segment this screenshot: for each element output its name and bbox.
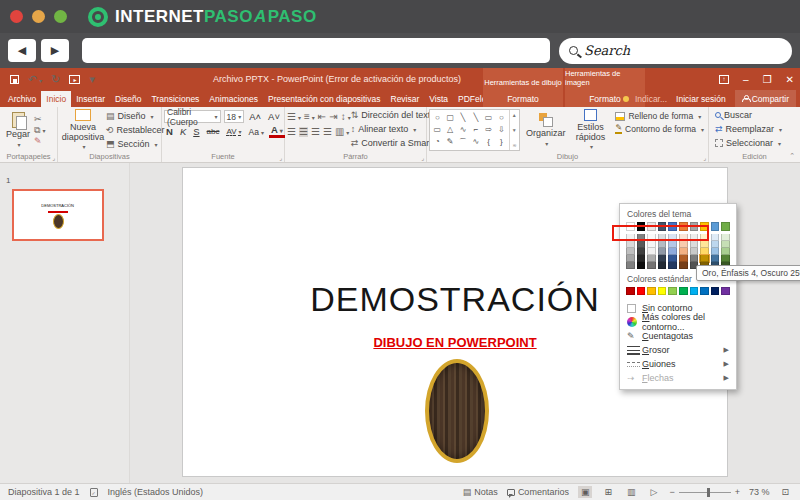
shape-icon[interactable]: ⌒ [459, 137, 467, 148]
theme-variant-swatch[interactable] [711, 234, 720, 241]
theme-variant-swatch[interactable] [647, 241, 656, 248]
shape-icon[interactable]: ✎ [447, 137, 454, 148]
zoom-slider[interactable] [679, 492, 731, 493]
select-button[interactable]: Seleccionar [715, 137, 798, 149]
reading-view-icon[interactable]: ▥ [624, 486, 639, 498]
theme-variant-swatch[interactable] [647, 255, 656, 262]
tab-archivo[interactable]: Archivo [3, 91, 41, 107]
theme-variant-swatch[interactable] [711, 248, 720, 255]
numbering-icon[interactable]: ≡ [304, 112, 315, 122]
theme-variant-swatch[interactable] [668, 262, 677, 269]
customize-qat-icon[interactable]: ▾ [89, 74, 95, 85]
zoom-percentage[interactable]: 73 % [749, 487, 770, 497]
shape-icon[interactable]: △ [447, 125, 453, 134]
theme-color-swatch[interactable] [626, 222, 635, 231]
shape-icon[interactable]: ⇩ [498, 125, 505, 134]
shape-icon[interactable]: ◔ [435, 137, 440, 148]
drawing-dialog-launcher[interactable]: ⌟ [703, 154, 706, 161]
paste-button[interactable]: Pegar [2, 109, 34, 151]
zoom-out-icon[interactable]: − [669, 487, 674, 497]
standard-color-swatch[interactable] [711, 287, 720, 296]
align-left-icon[interactable]: ☰ [287, 127, 296, 137]
restore-button[interactable]: ❐ [763, 74, 772, 85]
theme-variant-swatch[interactable] [658, 255, 667, 262]
standard-color-swatch[interactable] [721, 287, 730, 296]
normal-view-icon[interactable]: ▣ [578, 486, 593, 498]
shape-icon[interactable]: ∿ [472, 137, 479, 148]
theme-variant-swatch[interactable] [668, 241, 677, 248]
shapes-gallery-scrollbar[interactable]: ▲▼≂ [509, 110, 519, 150]
theme-variant-swatch[interactable] [647, 234, 656, 241]
theme-variant-swatch[interactable] [690, 241, 699, 248]
theme-variant-swatch[interactable] [626, 241, 635, 248]
slideshow-view-icon[interactable]: ▷ [647, 486, 660, 498]
back-button[interactable]: ◀ [8, 39, 36, 62]
theme-variant-swatch[interactable] [626, 234, 635, 241]
theme-variant-swatch[interactable] [690, 248, 699, 255]
copy-icon[interactable]: ⧉ [34, 126, 45, 135]
theme-variant-swatch[interactable] [721, 255, 730, 262]
theme-variant-swatch[interactable] [700, 234, 709, 241]
standard-color-swatch[interactable] [690, 287, 699, 296]
standard-color-swatch[interactable] [658, 287, 667, 296]
slideshow-icon[interactable]: ▸ [69, 75, 80, 84]
save-icon[interactable] [10, 75, 19, 84]
theme-variant-swatch[interactable] [700, 255, 709, 262]
change-case-button[interactable]: Aa [247, 127, 266, 137]
theme-color-swatch[interactable] [690, 222, 699, 231]
theme-variant-swatch[interactable] [637, 241, 646, 248]
align-center-icon[interactable]: ☰ [299, 127, 308, 137]
minimize-button[interactable]: – [743, 74, 749, 85]
slide-sorter-view-icon[interactable]: ⊞ [601, 486, 615, 498]
theme-color-swatch[interactable] [711, 222, 720, 231]
theme-variant-swatch[interactable] [626, 255, 635, 262]
italic-button[interactable]: K [178, 126, 188, 137]
theme-variant-swatch[interactable] [700, 248, 709, 255]
theme-variant-swatch[interactable] [658, 262, 667, 269]
spellcheck-icon[interactable]: ✓ [90, 488, 98, 497]
find-button[interactable]: Buscar [715, 109, 798, 121]
format-painter-icon[interactable]: ✎ [34, 137, 45, 146]
shrink-font-button[interactable]: A˅ [266, 111, 282, 122]
decrease-indent-icon[interactable]: ⇤ [318, 112, 326, 122]
font-dialog-launcher[interactable]: ⌟ [279, 154, 282, 161]
shape-icon[interactable]: ╲ [473, 113, 478, 122]
fit-to-window-icon[interactable]: ⊡ [778, 486, 792, 498]
theme-variant-swatch[interactable] [637, 255, 646, 262]
theme-variant-swatch[interactable] [637, 234, 646, 241]
grow-font-button[interactable]: A˄ [247, 111, 263, 122]
window-close-dot[interactable] [10, 10, 23, 23]
theme-variant-swatch[interactable] [626, 262, 635, 269]
window-maximize-dot[interactable] [54, 10, 67, 23]
theme-variant-swatch[interactable] [647, 248, 656, 255]
theme-variant-swatch[interactable] [679, 262, 688, 269]
redo-icon[interactable]: ↻ [51, 74, 60, 85]
standard-color-swatch[interactable] [700, 287, 709, 296]
new-slide-button[interactable]: Nueva diapositiva [60, 109, 106, 151]
theme-variant-swatch[interactable] [711, 241, 720, 248]
theme-color-swatch[interactable] [637, 222, 646, 231]
increase-indent-icon[interactable]: ⇥ [329, 112, 337, 122]
justify-icon[interactable]: ☰ [323, 127, 332, 137]
reset-button[interactable]: ⟲Restablecer [106, 124, 165, 136]
tab-vista[interactable]: Vista [424, 91, 453, 107]
shapes-gallery[interactable]: ○▢╲╲▭○▭△∿⌐⇨⇩◔✎⌒∿{} ▲▼≂ [429, 109, 520, 151]
tab-diseño[interactable]: Diseño [110, 91, 146, 107]
shape-icon[interactable]: ▭ [434, 125, 442, 134]
theme-color-swatch[interactable] [658, 222, 667, 231]
bold-button[interactable]: N [164, 126, 175, 137]
tab-revisar[interactable]: Revisar [386, 91, 425, 107]
theme-color-swatch[interactable] [721, 222, 730, 231]
standard-color-swatch[interactable] [626, 287, 635, 296]
shape-icon[interactable]: ○ [499, 113, 504, 122]
scroll-up-icon[interactable]: ▲ [512, 112, 517, 118]
paragraph-dialog-launcher[interactable]: ⌟ [421, 154, 424, 161]
collapse-ribbon-icon[interactable]: ⌃ [789, 152, 795, 160]
tab-formato-drawing[interactable]: Formato [483, 90, 563, 107]
theme-variant-swatch[interactable] [668, 248, 677, 255]
tab-transiciones[interactable]: Transiciones [146, 91, 204, 107]
menu-item-dashes[interactable]: Guiones▶ [620, 357, 736, 371]
theme-variant-swatch[interactable] [668, 234, 677, 241]
standard-color-swatch[interactable] [647, 287, 656, 296]
shape-icon[interactable]: ▭ [485, 113, 493, 122]
